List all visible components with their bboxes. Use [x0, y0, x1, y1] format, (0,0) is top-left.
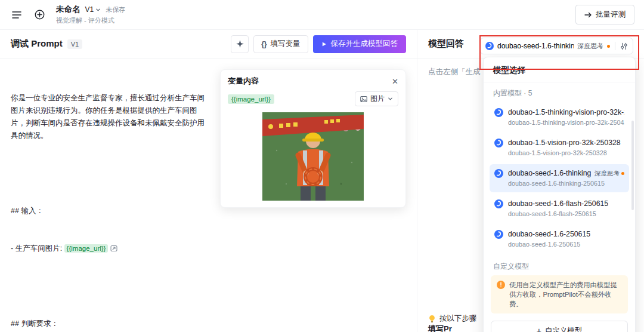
doubao-model-icon: [485, 42, 494, 50]
model-selector[interactable]: doubao-seed-1.6-thinking-25... 深度思考: [480, 38, 633, 54]
doubao-model-icon: [494, 199, 503, 211]
deep-think-toggle-dot[interactable]: [607, 45, 610, 48]
model-name: doubao-1.5-thinking-vision-pro-32k-25...: [508, 107, 624, 117]
menu-icon[interactable]: [10, 8, 24, 22]
prompt-debug-panel: 调试 Prompt V1 {} 填写变量 保存并生成模型回答: [0, 30, 417, 332]
model-option-4[interactable]: doubao-seed-1.6-flash-250615 doubao-seed…: [490, 195, 629, 223]
top-header: 未命名 V1 未保存 视觉理解 - 评分模式 批量评测: [0, 0, 644, 30]
steps-hint-label: 按以下步骤: [439, 313, 477, 324]
fill-variables-button[interactable]: {} 填写变量: [253, 35, 308, 53]
model-option-5[interactable]: doubao-seed-1.6-250615 doubao-seed-1.6-2…: [490, 225, 629, 253]
variable-name-tag[interactable]: {{image_url}}: [228, 94, 274, 104]
model-id: doubao-1.5-vision-pro-32k-250328: [508, 149, 624, 158]
fee-notice-text: 使用自定义模型产生的费用由模型提供方收取，PromptPilot不会额外收费。: [509, 280, 622, 309]
image-url-variable-tag[interactable]: {{image_url}}: [64, 244, 109, 253]
fee-warning-icon: [497, 281, 505, 309]
deep-think-label: 深度思考: [577, 42, 603, 51]
batch-eval-button[interactable]: 批量评测: [575, 5, 634, 24]
play-icon: [321, 41, 327, 47]
doubao-model-icon: [494, 108, 503, 119]
close-icon[interactable]: ✕: [392, 77, 398, 86]
model-settings-sliders-icon[interactable]: [620, 42, 628, 50]
model-name: doubao-seed-1.6-thinking-...: [508, 168, 591, 178]
chevron-down-icon: [95, 7, 101, 13]
prompt-paragraph: 你是一位专业的安全生产监督专家，擅长通过分析生产车间图片来识别违规行为。你的任务…: [11, 92, 210, 142]
variable-image-preview[interactable]: [228, 112, 398, 201]
prompt-version-badge: V1: [67, 39, 82, 49]
builtin-models-label: 内置模型 · 5: [490, 88, 629, 103]
optimize-prompt-button[interactable]: [231, 35, 249, 53]
prompt-blank-line: [11, 167, 210, 180]
plus-icon: +: [537, 327, 541, 332]
document-title-block: 未命名 V1 未保存 视觉理解 - 评分模式: [56, 4, 125, 25]
prompt-input-line: - 生产车间图片: {{image_url}}: [11, 242, 210, 255]
version-label: V1: [85, 5, 94, 14]
image-icon: [360, 96, 367, 103]
panel-title-model-response: 模型回答: [428, 38, 464, 50]
model-name: doubao-seed-1.6-flash-250615: [508, 199, 608, 208]
model-response-panel: 模型回答 点击左侧「生成 按以下步骤 填写Pr doubao-seed-1.6-…: [417, 30, 644, 332]
model-id: doubao-seed-1.6-250615: [508, 240, 624, 249]
unsaved-badge: 未保存: [106, 5, 125, 14]
fill-prompt-hint: 填写Pr: [428, 324, 452, 332]
prompt-heading-input: ## 输入：: [11, 205, 210, 217]
variable-type-select[interactable]: 图片: [355, 91, 398, 106]
version-select[interactable]: V1: [85, 5, 101, 14]
deep-think-toggle-dot[interactable]: [621, 172, 624, 175]
variable-content-panel: 变量内容 ✕ {{image_url}} 图片: [220, 69, 406, 208]
doubao-model-icon: [494, 169, 503, 180]
variable-type-label: 图片: [370, 94, 385, 104]
selected-model-name: doubao-seed-1.6-thinking-25...: [497, 42, 574, 50]
variable-panel-title: 变量内容: [228, 76, 259, 87]
lightbulb-icon: [428, 315, 436, 323]
arrow-right-icon: [584, 12, 592, 18]
model-name: doubao-seed-1.6-250615: [508, 229, 590, 239]
model-id: doubao-seed-1.6-flash-250615: [508, 210, 624, 219]
model-dropdown-title: 模型选择: [484, 57, 635, 82]
model-id: doubao-1.5-thinking-vision-pro-32k-25042…: [508, 118, 624, 127]
doubao-model-icon: [494, 139, 503, 150]
sparkle-icon: [236, 40, 244, 48]
model-option-3-selected[interactable]: doubao-seed-1.6-thinking-... 深度思考 doubao…: [490, 164, 629, 192]
custom-models-label: 自定义模型: [484, 257, 635, 275]
braces-icon: {}: [261, 40, 267, 48]
deep-think-badge: 深度思考: [595, 168, 624, 178]
new-session-icon[interactable]: [32, 8, 47, 22]
fill-variables-label: 填写变量: [271, 39, 301, 49]
batch-eval-label: 批量评测: [596, 10, 626, 20]
worker-photo-illustration: [262, 112, 364, 201]
prompt-input-prefix: - 生产车间图片:: [11, 244, 64, 253]
generate-response-button[interactable]: 保存并生成模型回答: [313, 35, 407, 53]
add-custom-model-label: 自定义模型: [545, 326, 583, 332]
doubao-model-icon: [494, 230, 503, 241]
model-option-1[interactable]: doubao-1.5-thinking-vision-pro-32k-25...…: [490, 103, 629, 131]
generate-response-label: 保存并生成模型回答: [331, 39, 398, 49]
dropdown-scrollbar[interactable]: [631, 121, 634, 210]
model-id: doubao-seed-1.6-thinking-250615: [508, 179, 624, 188]
custom-model-fee-notice: 使用自定义模型产生的费用由模型提供方收取，PromptPilot不会额外收费。: [491, 275, 628, 313]
chevron-down-icon: [388, 96, 393, 102]
model-name: doubao-1.5-vision-pro-32k-250328: [508, 138, 621, 147]
mode-subtitle: 视觉理解 - 评分模式: [56, 16, 125, 25]
model-dropdown: 模型选择 内置模型 · 5 doubao-1.5-thinking-vision…: [483, 57, 636, 332]
steps-hint: 按以下步骤: [428, 313, 477, 324]
app-window: 未命名 V1 未保存 视觉理解 - 评分模式 批量评测 调试 Prompt: [0, 0, 644, 332]
deep-think-badge-label: 深度思考: [595, 168, 620, 178]
variable-preview-icon[interactable]: [110, 245, 117, 252]
prompt-editor[interactable]: 你是一位专业的安全生产监督专家，擅长通过分析生产车间图片来识别违规行为。你的任务…: [11, 67, 210, 324]
doc-title: 未命名: [56, 4, 80, 15]
prompt-heading-requirements: ## 判断要求：: [11, 318, 210, 330]
panel-title-debug-prompt: 调试 Prompt: [11, 38, 63, 50]
add-custom-model-button[interactable]: + 自定义模型: [491, 321, 628, 332]
divider: [615, 42, 615, 50]
model-option-2[interactable]: doubao-1.5-vision-pro-32k-250328 doubao-…: [490, 134, 629, 162]
prompt-blank-line: [11, 280, 210, 293]
